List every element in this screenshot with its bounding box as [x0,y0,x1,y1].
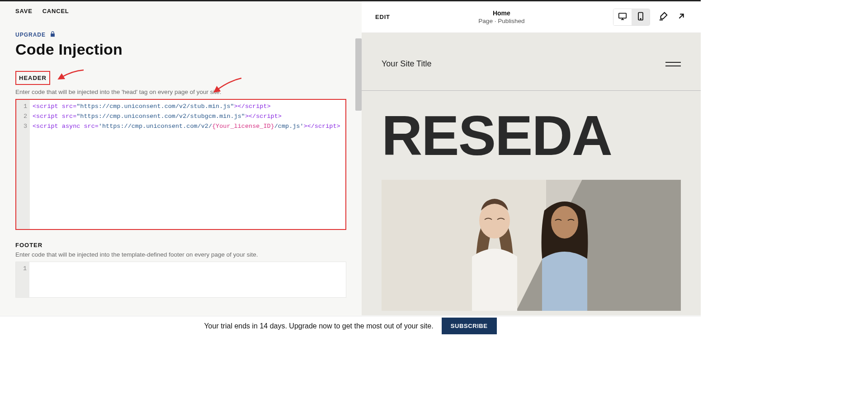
code-line[interactable] [32,264,343,274]
site-title[interactable]: Your Site Title [382,59,431,69]
device-toggle [613,9,650,26]
header-label-highlight: HEADER [15,71,50,85]
footer-section: FOOTER Enter code that will be injected … [15,241,346,298]
save-button[interactable]: SAVE [15,8,33,14]
header-section-desc: Enter code that will be injected into th… [15,89,346,95]
preview-body: Your Site Title RESEDA [362,33,701,315]
cancel-button[interactable]: CANCEL [42,8,69,14]
page-title: Code Injection [15,41,346,58]
mobile-view-button[interactable] [632,9,650,25]
lock-icon [49,31,56,39]
header-section-label: HEADER [19,75,47,81]
code-lines[interactable] [29,262,346,297]
preview-page-name: Home [390,9,613,17]
preview-header: EDIT Home Page · Published [362,1,701,33]
hamburger-menu[interactable] [665,62,681,66]
preview-page-meta: Page · Published [390,18,613,24]
annotation-arrow-1 [59,68,86,84]
desktop-view-button[interactable] [613,9,632,25]
footer-section-desc: Enter code that will be injected into th… [15,251,346,258]
mobile-icon [637,12,644,22]
trial-text: Your trial ends in 14 days. Upgrade now … [204,322,433,330]
header-section: HEADER Enter code that will be injected … [15,71,346,230]
trial-banner: Your trial ends in 14 days. Upgrade now … [0,316,701,336]
preview-panel: EDIT Home Page · Published [362,1,701,315]
external-link-icon[interactable] [676,11,686,23]
preview-tools [613,9,686,26]
subscribe-button[interactable]: SUBSCRIBE [442,318,497,334]
svg-point-2 [640,19,641,19]
preview-page-info: Home Page · Published [390,9,613,24]
upgrade-row[interactable]: UPGRADE [15,31,346,39]
brush-icon[interactable] [658,11,668,23]
svg-point-5 [551,206,578,239]
person-illustration-2 [517,184,612,311]
svg-rect-0 [619,13,626,18]
footer-section-label: FOOTER [15,242,42,248]
desktop-icon [618,12,627,22]
settings-panel: SAVE CANCEL UPGRADE Code Injection HEADE… [0,1,362,315]
code-line[interactable]: <script src="https://cmp.uniconsent.com/… [33,112,343,122]
code-lines[interactable]: <script src="https://cmp.uniconsent.com/… [30,100,345,229]
code-gutter: 123 [16,100,30,229]
footer-code-editor[interactable]: 1 [15,262,346,298]
hero-image [382,180,681,311]
code-line[interactable]: <script async src='https://cmp.uniconsen… [33,122,343,131]
edit-button[interactable]: EDIT [375,14,390,20]
header-code-editor[interactable]: 123 <script src="https://cmp.uniconsent.… [15,99,346,230]
scrollbar-left[interactable] [355,38,362,111]
site-header: Your Site Title [362,33,701,90]
upgrade-label: UPGRADE [15,32,46,38]
hero-text: RESEDA [362,91,701,164]
code-line[interactable]: <script src="https://cmp.uniconsent.com/… [33,102,343,112]
code-gutter: 1 [16,262,29,297]
panel-actions: SAVE CANCEL [0,1,362,14]
